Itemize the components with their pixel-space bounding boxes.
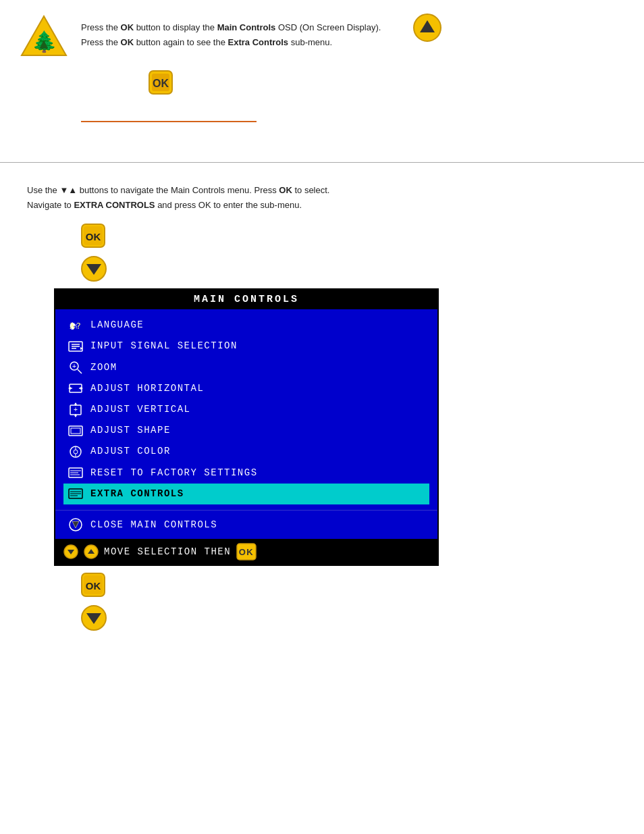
svg-text:λ?: λ?: [70, 321, 82, 331]
svg-rect-36: [71, 428, 80, 434]
menu-item-zoom[interactable]: + ZOOM: [63, 357, 429, 378]
down-arrow-row-1: [81, 256, 624, 282]
reset-icon: [66, 467, 85, 479]
svg-line-22: [78, 369, 82, 373]
svg-point-38: [74, 450, 78, 454]
top-section: 🌲 ▲ Press the OK button to display the M…: [0, 0, 644, 162]
close-main-controls[interactable]: CLOSE MAIN CONTROLS: [63, 515, 429, 535]
top-text-content: Press the OK button to display the Main …: [81, 20, 554, 122]
intro-text: Use the ▼▲ buttons to navigate the Main …: [27, 183, 624, 213]
main-content: Use the ▼▲ buttons to navigate the Main …: [0, 176, 644, 651]
ok-button-icon-1: OK: [81, 224, 105, 248]
menu-item-shape[interactable]: ADJUST SHAPE: [63, 420, 429, 441]
color-icon: [66, 444, 85, 459]
ok-icon-inline: OK: [149, 70, 173, 95]
footer-up-icon: [84, 544, 99, 559]
osd-menu-items: 🗣 λ? LANGUAGE: [55, 309, 437, 510]
orange-link-underline: [81, 121, 257, 122]
zoom-icon: +: [66, 360, 85, 375]
language-icon: 🗣 λ?: [66, 318, 85, 333]
extra-controls-icon: [66, 488, 85, 500]
menu-item-language[interactable]: 🗣 λ? LANGUAGE: [63, 315, 429, 336]
svg-text:OK: OK: [153, 78, 169, 89]
svg-text:▲: ▲: [36, 35, 51, 52]
osd-close-section: CLOSE MAIN CONTROLS: [55, 510, 437, 539]
menu-item-color[interactable]: ADJUST COLOR: [63, 441, 429, 462]
osd-menu-title: MAIN CONTROLS: [55, 290, 437, 309]
warning-icon: 🌲 ▲: [20, 14, 68, 61]
down-arrow-icon-2: [81, 605, 107, 631]
svg-text:OK: OK: [86, 580, 101, 592]
input-icon: [66, 340, 85, 353]
vertical-icon: +: [66, 402, 85, 417]
svg-marker-33: [74, 415, 77, 417]
shape-icon: [66, 425, 85, 437]
osd-menu-footer: MOVE SELECTION THEN OK: [55, 539, 437, 565]
svg-text:+: +: [72, 363, 78, 370]
menu-item-extra-controls[interactable]: EXTRA CONTROLS: [63, 484, 429, 504]
close-icon: [66, 517, 85, 532]
ok-icon-row-1: OK: [81, 224, 624, 248]
section-divider: [0, 162, 644, 163]
menu-item-reset[interactable]: RESET TO FACTORY SETTINGS: [63, 463, 429, 484]
ok-button-icon-2: OK: [81, 573, 105, 597]
down-arrow-row-2: [81, 605, 624, 631]
svg-text:OK: OK: [239, 547, 254, 557]
menu-item-input[interactable]: INPUT SIGNAL SELECTION: [63, 336, 429, 357]
footer-down-up-icon: [63, 544, 78, 559]
svg-text:OK: OK: [86, 231, 101, 242]
svg-marker-50: [72, 521, 79, 528]
footer-ok-icon: OK: [236, 543, 257, 561]
osd-menu: MAIN CONTROLS 🗣 λ? LANGUAGE: [54, 288, 439, 566]
svg-marker-31: [74, 402, 77, 405]
menu-item-vertical[interactable]: + ADJUST VERTICAL: [63, 399, 429, 420]
horizontal-icon: [66, 382, 85, 394]
ok-icon-row-2: OK: [81, 573, 624, 597]
svg-text:+: +: [74, 406, 79, 413]
down-arrow-icon-1: [81, 256, 107, 282]
menu-item-horizontal[interactable]: ADJUST HORIZONTAL: [63, 378, 429, 399]
